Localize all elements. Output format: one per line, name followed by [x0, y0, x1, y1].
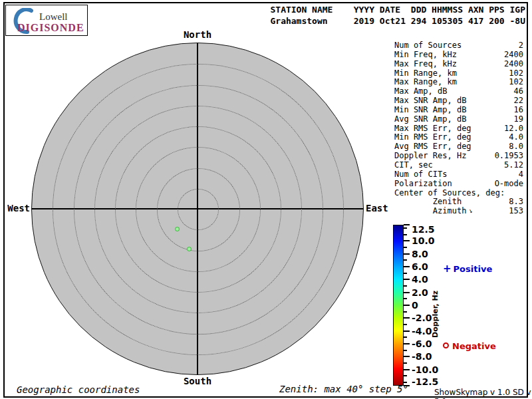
param-value: 8.3	[509, 198, 523, 207]
param-label: Max Freq, kHz	[394, 60, 457, 69]
colorbar-minor-tick	[404, 375, 407, 376]
colorbar-minor-tick	[404, 324, 407, 325]
param-row: Num of CITs4	[394, 170, 523, 180]
param-value: 16	[514, 106, 523, 115]
colorbar-minor-tick	[404, 336, 407, 338]
doppler-colorbar	[393, 225, 404, 386]
param-row: Min SNR Amp, dB16	[394, 106, 523, 115]
colorbar-minor-tick	[404, 285, 407, 287]
param-value: 19	[514, 115, 523, 124]
colorbar-major-tick	[404, 240, 410, 241]
colorbar-minor-tick	[404, 350, 407, 351]
param-label: Avg RMS Err, deg	[394, 142, 471, 152]
colorbar-tick-label: 8.0	[412, 249, 428, 259]
legend-negative: Negative	[443, 341, 496, 351]
colorbar-tick-label: -4.0	[412, 326, 432, 336]
colorbar-tick-label: -2.0	[412, 313, 432, 323]
param-row: PolarizationO-mode	[394, 180, 523, 189]
param-label: Min SNR Amp, dB	[394, 106, 466, 115]
param-label: CIT, sec	[394, 161, 433, 170]
legend-positive: +Positive	[443, 263, 492, 275]
param-value: 2400	[504, 51, 523, 60]
colorbar-tick-label: -8.0	[412, 351, 432, 362]
param-row: Min Freq, kHz2400	[394, 51, 523, 60]
legend-positive-label: Positive	[454, 264, 493, 274]
param-label: Max Range, km	[394, 78, 457, 87]
param-label: Azimuth↑	[394, 207, 473, 216]
param-row: Max Range, km102	[394, 78, 523, 87]
param-label: Max Amp, dB	[394, 87, 447, 96]
param-label: Min Freq, kHz	[394, 51, 457, 60]
param-label: Doppler Res, Hz	[394, 152, 466, 161]
param-label: Zenith	[394, 198, 462, 207]
param-row: Max Freq, kHz2400	[394, 60, 523, 69]
param-row: Azimuth↑153	[394, 207, 523, 216]
param-label: Polarization	[394, 180, 452, 189]
param-label: Num of Sources	[394, 41, 462, 51]
station-header: STATION NAME YYYY DATE DDD HHMMSS AXN PP…	[270, 4, 525, 27]
param-value: 0.1953	[495, 152, 523, 161]
colorbar-major-tick	[404, 224, 410, 225]
param-row: Max RMS Err, deg12.0	[394, 124, 523, 134]
param-value: 153	[509, 207, 523, 216]
azimuth-direction-icon: ↑	[467, 207, 475, 217]
param-value: 102	[509, 69, 523, 78]
param-label: Min Range, km	[394, 69, 457, 78]
param-value: 46	[514, 87, 523, 96]
param-row: Avg SNR Amp, dB19	[394, 115, 523, 124]
compass-label-south: South	[183, 376, 212, 386]
header-columns-line: STATION NAME YYYY DATE DDD HHMMSS AXN PP…	[270, 4, 525, 15]
colorbar-minor-tick	[404, 298, 407, 299]
colorbar-tick-label: 6.0	[412, 261, 428, 272]
logo-text-digisonde: DIGISONDE	[17, 22, 84, 34]
param-row: Max SNR Amp, dB22	[394, 96, 523, 106]
lowell-digisonde-logo: Lowell DIGISONDE	[5, 5, 88, 36]
colorbar-tick-label: 2.0	[412, 287, 428, 298]
parameter-table: Num of Sources2Min Freq, kHz2400Max Freq…	[394, 41, 523, 216]
zenith-scale-footnote: Zenith: max 40° step 5°	[279, 384, 408, 394]
colorbar-tick-label: 12.5	[412, 224, 435, 235]
colorbar-tick-label: -6.0	[412, 338, 432, 349]
header-values-line: Grahamstown 2019 Oct21 294 105305 417 20…	[270, 15, 525, 27]
param-value: 4	[519, 170, 523, 180]
colorbar-minor-tick	[404, 311, 407, 313]
colorbar-minor-tick	[404, 247, 407, 248]
param-row: Min RMS Err, deg4.0	[394, 133, 523, 142]
param-value: 2	[519, 41, 523, 51]
colorbar-minor-tick	[404, 273, 407, 274]
colorbar-major-tick	[404, 279, 410, 280]
param-value: O-mode	[495, 180, 523, 189]
colorbar-tick-label: 4.0	[412, 274, 428, 285]
colorbar-minor-tick	[404, 382, 407, 383]
param-label: Max SNR Amp, dB	[394, 96, 466, 106]
param-value: 2400	[504, 60, 523, 69]
param-value: 4.0	[509, 133, 523, 142]
colorbar-major-tick	[404, 292, 410, 293]
colorbar-major-tick	[404, 343, 410, 344]
circle-symbol	[443, 342, 449, 348]
param-label: Num of CITs	[394, 170, 447, 180]
colorbar-major-tick	[404, 266, 410, 267]
param-label: Avg SNR Amp, dB	[394, 115, 466, 124]
colorbar-major-tick	[404, 253, 410, 255]
param-row: Max Amp, dB46	[394, 87, 523, 96]
param-row: Center of Sources, deg:	[394, 189, 523, 198]
colorbar-minor-tick	[404, 234, 407, 235]
legend-negative-label: Negative	[452, 341, 496, 351]
version-footnote: ShowSkymap v 1.0 SD v 5.1	[434, 388, 532, 399]
colorbar-major-tick	[404, 369, 410, 370]
showskymap-window: Lowell DIGISONDE STATION NAME YYYY DATE …	[0, 0, 532, 399]
param-row: CIT, sec5.12	[394, 161, 523, 170]
skymap-polar-plot	[31, 43, 364, 375]
param-value: 8.0	[509, 142, 523, 152]
skymap-source-dot	[187, 247, 192, 251]
param-label: Max RMS Err, deg	[394, 124, 471, 134]
colorbar-tick-label: 0	[412, 300, 418, 311]
param-value: 102	[509, 78, 523, 87]
logo-text-lowell: Lowell	[39, 11, 68, 23]
colorbar-tick-label: 10.0	[412, 235, 435, 246]
zenith-ring	[53, 64, 344, 355]
compass-label-west: West	[5, 203, 30, 213]
colorbar-tick-label: -10.0	[412, 364, 438, 375]
colorbar-major-tick	[404, 356, 410, 357]
